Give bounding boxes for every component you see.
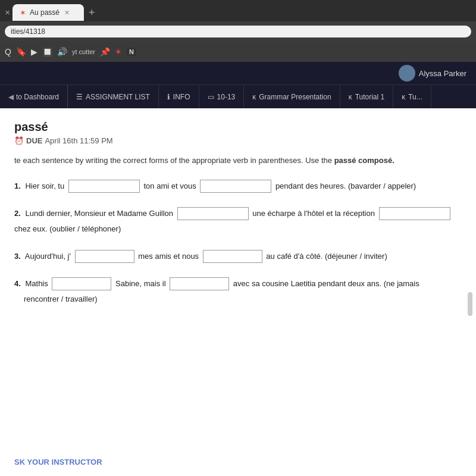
active-tab[interactable]: ✶ Au passé ✕ <box>12 4 84 21</box>
exercise-list: 1. Hier soir, tu ton ami et vous pendant… <box>14 178 462 307</box>
toolbar-speaker-icon[interactable]: 🔊 <box>57 47 67 57</box>
exercise-after-3: au café d'à côté. (déjeuner / inviter) <box>266 252 387 261</box>
exercise-item-1: 1. Hier soir, tu ton ami et vous pendant… <box>14 178 462 194</box>
exercise-num-2: 2. <box>14 209 21 218</box>
assignment-list-button[interactable]: ☰ ASSIGNMENT LIST <box>68 85 159 108</box>
toolbar-q-icon[interactable]: Q <box>5 47 11 57</box>
app-header: Alyssa Parker <box>0 62 476 84</box>
exercise-num-4: 4. <box>14 279 21 288</box>
exercise-before-2: Lundi dernier, Monsieur et Madame Guillo… <box>25 209 173 218</box>
blank-2a[interactable] <box>177 207 249 220</box>
exercise-mid-4: Sabine, mais il <box>115 279 166 288</box>
tab-favicon-icon: ✶ <box>20 8 26 17</box>
tab-bar: ✕ ✶ Au passé ✕ + <box>0 0 476 21</box>
exercise-before-3: Aujourd'hui, j' <box>25 252 71 261</box>
exercise-mid-1: ton ami et vous <box>143 181 196 190</box>
exercise-item-3: 3. Aujourd'hui, j' mes amis et nous au c… <box>14 249 462 264</box>
exercise-num-1: 1. <box>14 181 21 190</box>
instructions-bold: passé composé. <box>334 156 394 165</box>
toolbar-row: Q 🔖 ▶ 🔲 🔊 yt cutter 📌 ✶ N <box>0 42 476 62</box>
toolbar-n-icon[interactable]: N <box>127 48 136 56</box>
tab-title: Au passé <box>30 8 60 17</box>
pages-button[interactable]: ▭ 10-13 <box>199 85 245 108</box>
back-label: to Dashboard <box>16 93 59 101</box>
toolbar-star-icon[interactable]: ✶ <box>115 47 122 57</box>
tab-close-icon[interactable]: ✕ <box>5 9 10 17</box>
toolbar-play-icon[interactable]: ▶ <box>31 47 37 57</box>
new-tab-button[interactable]: + <box>89 7 95 19</box>
tutorial-label: Tutorial 1 <box>355 93 385 101</box>
exercise-mid-2: une écharpe à l'hôtel et la réception <box>252 209 375 218</box>
more-button[interactable]: κ Tu... <box>393 85 431 108</box>
blank-3b[interactable] <box>203 250 262 263</box>
user-name: Alyssa Parker <box>419 69 466 78</box>
exercise-continuation-4: rencontrer / travailler) <box>24 295 98 303</box>
ask-instructor-link[interactable]: SK YOUR INSTRUCTOR <box>14 458 102 466</box>
avatar <box>399 65 415 82</box>
exercise-item-4: 4. Mathis Sabine, mais il avec sa cousin… <box>14 276 462 307</box>
scroll-indicator <box>468 292 472 316</box>
exercise-after-1: pendant des heures. (bavarder / appeler) <box>275 181 416 190</box>
exercise-after-2: chez eux. (oublier / téléphoner) <box>14 224 121 233</box>
exercise-before-4: Mathis <box>25 279 48 288</box>
back-to-dashboard[interactable]: ◀ to Dashboard <box>0 85 68 108</box>
assignment-list-label: ASSIGNMENT LIST <box>86 93 150 101</box>
list-icon: ☰ <box>76 93 83 101</box>
due-icon: ⏰ <box>14 136 24 145</box>
due-date: April 16th 11:59 PM <box>45 136 112 145</box>
info-icon: ℹ <box>167 93 170 101</box>
main-content: passé ⏰ DUE April 16th 11:59 PM te each … <box>0 108 476 476</box>
blank-1a[interactable] <box>68 180 140 193</box>
page-title: passé <box>14 120 462 134</box>
exercise-before-1: Hier soir, tu <box>25 181 64 190</box>
exercise-mid-3: mes amis et nous <box>138 252 199 261</box>
more-label: Tu... <box>408 93 422 101</box>
back-arrow-icon: ◀ <box>8 93 14 101</box>
toolbar-pin-icon[interactable]: 📌 <box>100 47 110 57</box>
info-button[interactable]: ℹ INFO <box>159 85 199 108</box>
due-label: DUE <box>26 136 42 145</box>
tutorial-button[interactable]: κ Tutorial 1 <box>340 85 394 108</box>
grammar-label: Grammar Presentation <box>259 93 331 101</box>
exercise-after-4: avec sa cousine Laetitia pendant deux an… <box>233 279 419 288</box>
info-label: INFO <box>173 93 190 101</box>
instructions-text: te each sentence by writing the correct … <box>14 156 332 165</box>
grammar-icon: κ <box>252 93 256 101</box>
tutorial-icon: κ <box>349 93 352 101</box>
blank-4b[interactable] <box>170 277 229 290</box>
toolbar-ytcutter-label[interactable]: yt cutter <box>72 48 95 55</box>
blank-4a[interactable] <box>52 277 111 290</box>
tab-x-icon[interactable]: ✕ <box>64 9 70 17</box>
blank-3a[interactable] <box>75 250 134 263</box>
more-icon: κ <box>402 93 405 101</box>
due-date-row: ⏰ DUE April 16th 11:59 PM <box>14 136 462 145</box>
grammar-button[interactable]: κ Grammar Presentation <box>244 85 340 108</box>
pages-label: 10-13 <box>217 93 236 101</box>
address-bar-row: ities/41318 <box>0 21 476 42</box>
blank-2b[interactable] <box>379 207 450 220</box>
instructions: te each sentence by writing the correct … <box>14 155 462 167</box>
pages-icon: ▭ <box>208 93 214 101</box>
address-bar[interactable]: ities/41318 <box>5 26 471 37</box>
toolbar-bookmark-icon[interactable]: 🔖 <box>16 47 26 57</box>
exercise-num-3: 3. <box>14 252 21 261</box>
toolbar-box-icon[interactable]: 🔲 <box>42 47 52 57</box>
nav-bar: ◀ to Dashboard ☰ ASSIGNMENT LIST ℹ INFO … <box>0 84 476 108</box>
exercise-item-2: 2. Lundi dernier, Monsieur et Madame Gui… <box>14 206 462 237</box>
blank-1b[interactable] <box>200 180 271 193</box>
